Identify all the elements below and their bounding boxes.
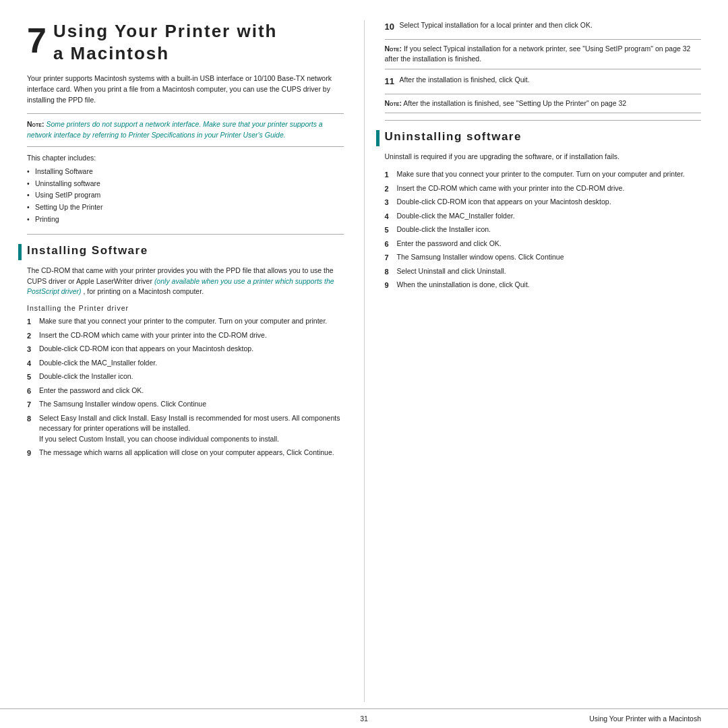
chapter-includes-label: This chapter includes: — [27, 154, 344, 162]
list-item: Using SetIP program — [27, 189, 344, 202]
list-item: 10 Select Typical installation for a loc… — [385, 20, 702, 34]
list-item: 1 Make sure that you connect your printe… — [385, 169, 702, 181]
intro-text: Your printer supports Macintosh systems … — [27, 73, 344, 105]
note-top: Note: Some printers do not support a net… — [27, 113, 344, 147]
chapter-title: Using Your Printer with a Macintosh — [53, 20, 344, 64]
list-item: 1 Make sure that you connect your printe… — [27, 316, 344, 328]
list-item: 9 The message which warns all applicatio… — [27, 448, 344, 459]
installing-software-intro: The CD-ROM that came with your printer p… — [27, 266, 344, 297]
page: 7 Using Your Printer with a Macintosh Yo… — [0, 0, 728, 728]
list-item: 4 Double-click the MAC_Installer folder. — [385, 211, 702, 222]
right-steps-top: 10 Select Typical installation for a loc… — [385, 20, 702, 34]
right-step11: 11 After the installation is finished, c… — [385, 75, 702, 88]
installing-steps-list: 1 Make sure that you connect your printe… — [27, 316, 344, 458]
note-step10: Note: If you select Typical installation… — [385, 39, 702, 70]
footer: 31 Using Your Printer with a Macintosh — [0, 708, 728, 728]
list-item: Installing Software — [27, 166, 344, 178]
uninstalling-steps-list: 1 Make sure that you connect your printe… — [385, 169, 702, 291]
note-step11: Note: After the installation is finished… — [385, 94, 702, 114]
chapter-number: 7 — [27, 23, 47, 58]
right-column: 10 Select Typical installation for a loc… — [365, 20, 702, 702]
list-item: 6 Enter the password and click OK. — [385, 239, 702, 250]
list-item: 2 Insert the CD-ROM which came with your… — [27, 330, 344, 342]
footer-label: Using Your Printer with a Macintosh — [477, 715, 701, 723]
uninstalling-intro: Uninstall is required if you are upgradi… — [385, 152, 702, 162]
list-item: 7 The Samsung Installer window opens. Cl… — [27, 399, 344, 411]
list-item: Uninstalling software — [27, 178, 344, 190]
chapter-includes-list: Installing Software Uninstalling softwar… — [27, 166, 344, 226]
list-item: 8 Select Uninstall and click Uninstall. — [385, 266, 702, 278]
installing-software-header: Installing Software — [18, 244, 344, 260]
divider-right — [385, 120, 702, 121]
uninstalling-header: Uninstalling software — [376, 130, 702, 146]
subsection-title: Installing the Printer driver — [27, 304, 344, 312]
content-area: 7 Using Your Printer with a Macintosh Yo… — [0, 0, 728, 708]
list-item: 5 Double-click the Installer icon. — [385, 224, 702, 236]
list-item: 8 Select Easy Install and click Install.… — [27, 413, 344, 445]
left-column: 7 Using Your Printer with a Macintosh Yo… — [27, 20, 365, 702]
list-item: 7 The Samsung Installer window opens. Cl… — [385, 252, 702, 264]
list-item: 2 Insert the CD-ROM which came with your… — [385, 183, 702, 195]
list-item: 3 Double-click CD-ROM icon that appears … — [27, 344, 344, 355]
list-item: Setting Up the Printer — [27, 202, 344, 214]
list-item: 4 Double-click the MAC_Installer folder. — [27, 358, 344, 369]
list-item: 9 When the uninstallation is done, click… — [385, 280, 702, 291]
list-item: 11 After the installation is finished, c… — [385, 75, 702, 88]
list-item: 5 Double-click the Installer icon. — [27, 371, 344, 383]
list-item: Printing — [27, 214, 344, 226]
list-item: 3 Double-click CD-ROM icon that appears … — [385, 197, 702, 208]
divider — [27, 234, 344, 235]
right-top: 10 Select Typical installation for a loc… — [385, 20, 702, 113]
chapter-header: 7 Using Your Printer with a Macintosh — [27, 20, 344, 64]
list-item: 6 Enter the password and click OK. — [27, 386, 344, 397]
footer-page-number: 31 — [251, 715, 476, 723]
